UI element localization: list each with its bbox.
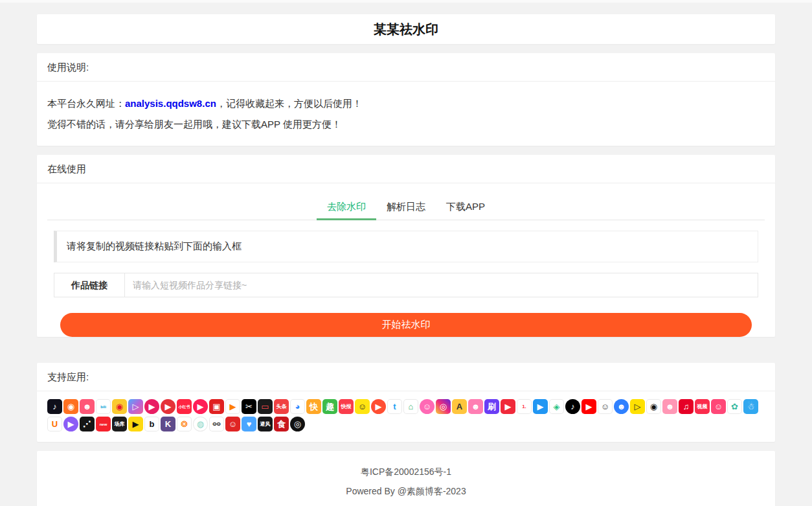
app-icon-weishi: ▷	[128, 399, 143, 414]
apps-row1: ♪◉☻bili◉▷▶▶小红书▶▣▶✂▭头条◕快趣快报☺▶t⌂☺◎A☻刷▶1.▶◈…	[47, 399, 765, 414]
supported-apps-card: 支持应用: ♪◉☻bili◉▷▶▶小红书▶▣▶✂▭头条◕快趣快报☺▶t⌂☺◎A☻…	[37, 363, 775, 442]
app-icon-boy-face: ☻	[468, 399, 483, 414]
apps-row2: U▶⋰new场库▶bK❂◍ʘʘ☺♥避风食◎	[47, 417, 765, 431]
instructions-header: 使用说明:	[37, 53, 775, 82]
app-icon-orange-bird: ❂	[177, 417, 192, 431]
app-icon-red-camera: ▣	[209, 399, 224, 414]
app-icon-kuaikan: 快	[306, 399, 321, 414]
supported-apps-body: ♪◉☻bili◉▷▶▶小红书▶▣▶✂▭头条◕快趣快报☺▶t⌂☺◎A☻刷▶1.▶◈…	[37, 391, 775, 442]
app-icon-carrot-app: ✿	[727, 399, 742, 414]
app-icon-heart-app: ♥	[242, 417, 256, 431]
line1-prefix: 本平台永久网址：	[47, 98, 125, 109]
title-card: 某某祛水印	[37, 14, 775, 44]
online-use-card: 在线使用 去除水印 解析日志 下载APP 请将复制的视频链接粘贴到下面的输入框 …	[37, 155, 775, 337]
app-icon-blue-circle-faces: ☻	[614, 399, 629, 414]
app-icon-penguin-app: ☃	[743, 399, 758, 414]
online-use-header: 在线使用	[37, 155, 775, 183]
app-icon-pink-face: ☺	[711, 399, 726, 414]
app-icon-pipixia: ☻	[80, 399, 95, 414]
app-icon-gradient-orb: ◍	[193, 417, 208, 431]
app-icon-red-play-circle: ▶	[161, 399, 175, 414]
tab-parse-log[interactable]: 解析日志	[376, 194, 436, 220]
app-icon-shuabao: 刷	[484, 399, 499, 414]
app-icon-green-eye: ◈	[549, 399, 564, 414]
app-icon-white-play: ▶	[225, 399, 240, 414]
paste-hint-quote: 请将复制的视频链接粘贴到下面的输入框	[54, 231, 758, 262]
app-icon-youtube: ▶	[581, 399, 596, 414]
footer-card: 粤ICP备20002156号-1 Powered By @素颜博客-2023 视…	[37, 451, 775, 506]
app-icon-purple-play: ▶	[63, 417, 78, 431]
app-icon-weibo: ◉	[112, 399, 127, 414]
app-icon-music-note: ♪	[565, 399, 580, 414]
app-icon-k-app: K	[161, 417, 175, 431]
app-icon-red-play: ▶	[501, 399, 515, 414]
app-icon-netease-music: ♫	[679, 399, 694, 414]
app-icon-blue-play: ▶	[533, 399, 548, 414]
app-icon-emoji-face: ☺	[355, 399, 370, 414]
app-icon-monkey-app: ☺	[225, 417, 240, 431]
app-icon-yidianzixun: 1.	[517, 399, 532, 414]
instructions-line-1: 本平台永久网址：analysis.qqdsw8.cn，记得收藏起来，方便以后使用…	[47, 95, 765, 112]
instructions-card: 使用说明: 本平台永久网址：analysis.qqdsw8.cn，记得收藏起来，…	[37, 53, 775, 146]
app-icon-black-camera: ▭	[258, 399, 273, 414]
app-icon-xiaohongshu: 小红书	[177, 399, 192, 414]
app-icon-douyin: ♪	[47, 399, 62, 414]
app-icon-pink-play: ▶	[144, 399, 159, 414]
app-icon-kuaibao: 快报	[339, 399, 354, 414]
app-icon-netease-news: new	[96, 417, 111, 431]
app-icon-changku: 场库	[112, 417, 127, 431]
app-icon-b-app: b	[144, 417, 159, 431]
app-icon-twitter: t	[387, 399, 402, 414]
app-icon-meitu: ☺	[420, 399, 434, 414]
app-icon-weibo-video: 视频	[695, 399, 710, 414]
app-icon-capcut: ✂	[242, 399, 256, 414]
tab-bar: 去除水印 解析日志 下载APP	[47, 194, 765, 220]
tab-download-app[interactable]: 下载APP	[436, 194, 495, 220]
tab-remove-watermark[interactable]: 去除水印	[317, 194, 376, 220]
app-icon-camera-app: ◎	[290, 417, 305, 431]
app-icon-green-bars: ⌂	[403, 399, 418, 414]
supported-apps-header: 支持应用:	[37, 363, 775, 391]
app-icon-tv-play: ▶	[128, 417, 143, 431]
powered-by: Powered By @素颜博客-2023	[47, 483, 765, 499]
copyright-disclaimer: 视频版权归相关网站及作者所有，本平台不存储任何视频及图片！	[47, 503, 765, 506]
line1-suffix: ，记得收藏起来，方便以后使用！	[216, 98, 362, 109]
app-icon-toutiao: 头条	[274, 399, 289, 414]
app-icon-uc-browser: U	[47, 417, 62, 431]
link-form-row: 作品链接	[54, 273, 758, 297]
app-icon-bifeng: 避风	[258, 417, 273, 431]
app-icon-eye-app: ◉	[646, 399, 661, 414]
start-remove-watermark-button[interactable]: 开始祛水印	[60, 313, 752, 337]
page-container: 某某祛水印 使用说明: 本平台永久网址：analysis.qqdsw8.cn，记…	[37, 3, 775, 506]
app-icon-kuaishou: ◉	[63, 399, 78, 414]
app-icon-xigua-video: ▶	[371, 399, 386, 414]
app-icon-instagram: ◎	[436, 399, 451, 414]
link-field-label: 作品链接	[54, 273, 125, 297]
online-use-body: 去除水印 解析日志 下载APP 请将复制的视频链接粘贴到下面的输入框 作品链接 …	[37, 183, 775, 337]
app-icon-a-app: A	[452, 399, 467, 414]
instructions-line-2: 觉得不错的话，请分享给朋友一起用哦，建议下载APP 使用更方便！	[47, 115, 765, 133]
instructions-body: 本平台永久网址：analysis.qqdsw8.cn，记得收藏起来，方便以后使用…	[37, 82, 775, 146]
app-icon-oo-face: ʘʘ	[209, 417, 224, 431]
app-icon-laugh-face: ☻	[662, 399, 677, 414]
page-title: 某某祛水印	[374, 21, 438, 38]
permanent-site-link[interactable]: analysis.qqdsw8.cn	[125, 98, 216, 109]
video-link-input[interactable]	[125, 273, 758, 297]
app-icon-cow-face: ☺	[598, 399, 613, 414]
app-icon-qutoutiao: 趣	[322, 399, 337, 414]
app-icon-tencent-news: ◕	[290, 399, 305, 414]
app-icon-li-video: ▷	[630, 399, 645, 414]
app-icon-vue: ⋰	[80, 417, 95, 431]
app-icon-bilibili: bili	[96, 399, 111, 414]
app-icon-shi-app: 食	[274, 417, 289, 431]
icp-record: 粤ICP备20002156号-1	[47, 464, 765, 479]
app-icon-haokan-video: ▶	[193, 399, 208, 414]
